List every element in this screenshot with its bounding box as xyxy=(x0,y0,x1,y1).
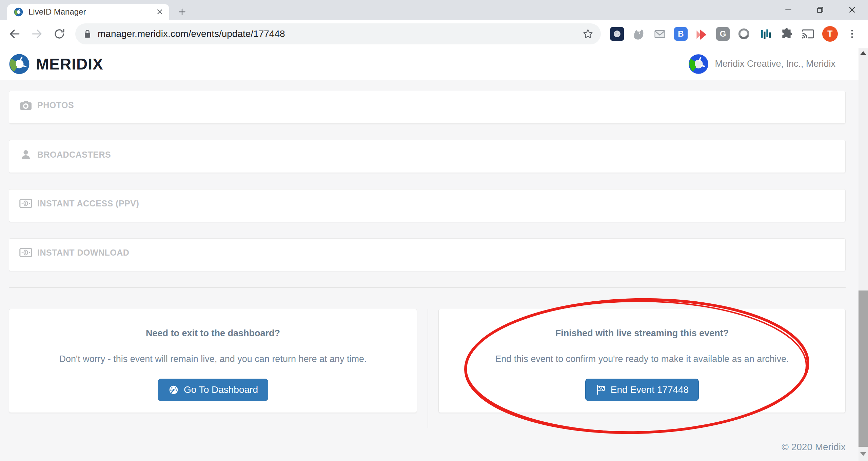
tab-close-icon[interactable] xyxy=(155,7,164,17)
browser-tab[interactable]: LiveID Manager xyxy=(7,4,169,20)
tachometer-icon xyxy=(168,384,179,396)
extensions-puzzle-icon[interactable] xyxy=(780,27,794,41)
dashboard-panel: Need to exit to the dashboard? Don't wor… xyxy=(9,309,417,413)
end-event-panel-body: End this event to confirm you're ready t… xyxy=(439,354,845,364)
close-button[interactable] xyxy=(836,0,868,20)
url-text[interactable]: manager.meridix.com/events/update/177448 xyxy=(98,28,582,39)
section-instant-access[interactable]: INSTANT ACCESS (PPV) xyxy=(9,189,846,222)
browser-toolbar: manager.meridix.com/events/update/177448… xyxy=(0,20,868,48)
money-bill-icon xyxy=(19,198,32,208)
section-label: INSTANT DOWNLOAD xyxy=(37,248,129,258)
back-icon[interactable] xyxy=(7,27,22,41)
scroll-up-icon[interactable] xyxy=(860,51,866,55)
meridix-logo-icon xyxy=(9,54,30,75)
go-to-dashboard-label: Go To Dashboard xyxy=(184,384,258,395)
extension-arrow-icon[interactable] xyxy=(695,27,709,41)
new-tab-button[interactable] xyxy=(174,4,190,20)
end-event-panel: Finished with live streaming this event?… xyxy=(438,309,846,413)
bookmark-star-icon[interactable] xyxy=(582,28,594,40)
copyright-text: © 2020 Meridix xyxy=(9,442,846,453)
browser-profile-avatar[interactable]: T xyxy=(822,26,838,42)
end-event-button[interactable]: End Event 177448 xyxy=(585,379,699,401)
site-header: MERIDIX Meridix Creative, Inc., Meridix xyxy=(0,48,859,80)
extension-g-icon[interactable]: G xyxy=(716,27,730,41)
tab-title: LiveID Manager xyxy=(28,7,155,17)
dashboard-panel-heading: Need to exit to the dashboard? xyxy=(9,328,417,339)
scroll-down-icon[interactable] xyxy=(860,452,866,456)
section-instant-download[interactable]: INSTANT DOWNLOAD xyxy=(9,238,846,271)
dashboard-panel-body: Don't worry - this event will remain liv… xyxy=(9,354,417,364)
meridix-favicon-icon xyxy=(14,7,23,17)
camera-icon xyxy=(19,100,32,110)
browser-window: LiveID Manager xyxy=(0,0,868,461)
brand-wordmark: MERIDIX xyxy=(36,55,103,73)
end-event-label: End Event 177448 xyxy=(611,384,689,395)
account-avatar xyxy=(688,53,709,75)
extension-bars-icon[interactable] xyxy=(758,27,772,41)
money-bill-icon xyxy=(19,247,32,258)
panel-divider xyxy=(428,309,428,428)
restore-button[interactable] xyxy=(804,0,836,20)
extension-tag-letter: B xyxy=(678,29,684,39)
extension-dog-icon[interactable] xyxy=(631,27,646,41)
forward-icon[interactable] xyxy=(30,27,44,41)
user-icon xyxy=(19,149,32,160)
extension-tag-icon[interactable]: B xyxy=(674,27,688,41)
scrollbar-thumb[interactable] xyxy=(859,290,868,447)
section-label: BROADCASTERS xyxy=(37,150,111,160)
padlock-icon[interactable] xyxy=(83,29,92,39)
account-menu[interactable]: Meridix Creative, Inc., Meridix xyxy=(688,53,835,75)
extension-mail-icon[interactable] xyxy=(653,27,667,41)
window-controls xyxy=(772,0,868,20)
checkered-flag-icon xyxy=(595,384,606,395)
go-to-dashboard-button[interactable]: Go To Dashboard xyxy=(158,379,268,401)
minimize-button[interactable] xyxy=(772,0,804,20)
browser-titlebar: LiveID Manager xyxy=(0,0,868,20)
cast-icon[interactable] xyxy=(801,27,815,41)
section-divider xyxy=(9,287,846,288)
address-bar[interactable]: manager.meridix.com/events/update/177448 xyxy=(75,23,601,44)
browser-menu-icon[interactable] xyxy=(845,27,859,41)
section-photos[interactable]: PHOTOS xyxy=(9,91,846,124)
extension-ring-icon[interactable] xyxy=(737,27,751,41)
brand-logo-group[interactable]: MERIDIX xyxy=(9,54,103,75)
extension-moon-icon[interactable] xyxy=(610,27,624,41)
extension-g-letter: G xyxy=(720,29,726,39)
section-label: PHOTOS xyxy=(37,100,74,110)
profile-initial: T xyxy=(827,29,832,39)
account-name: Meridix Creative, Inc., Meridix xyxy=(715,59,835,69)
vertical-scrollbar[interactable] xyxy=(859,48,868,461)
reload-icon[interactable] xyxy=(52,27,66,41)
section-broadcasters[interactable]: BROADCASTERS xyxy=(9,140,846,173)
end-event-panel-heading: Finished with live streaming this event? xyxy=(439,328,845,339)
section-label: INSTANT ACCESS (PPV) xyxy=(37,199,139,208)
